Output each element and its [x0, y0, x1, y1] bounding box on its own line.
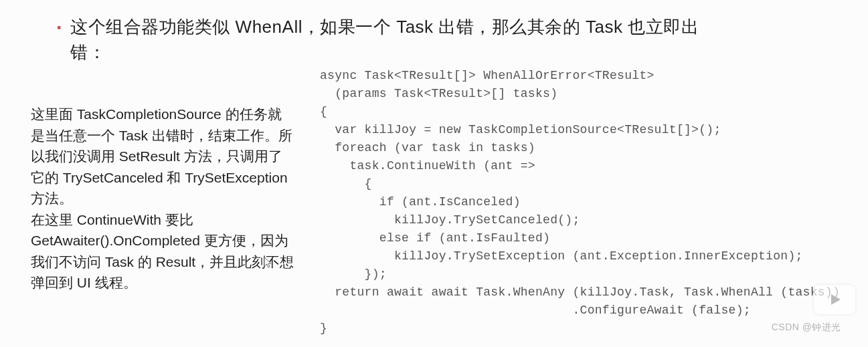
- svg-marker-0: [831, 294, 841, 305]
- explanation-text: 这里面 TaskCompletionSource 的任务就是当任意一个 Task…: [31, 104, 295, 294]
- code-block: async Task<TResult[]> WhenAllOrError<TRe…: [320, 67, 862, 338]
- play-button[interactable]: [813, 284, 856, 315]
- bullet-marker: ▪: [57, 21, 61, 33]
- watermark: CSDN @钟进光: [772, 322, 841, 334]
- headline-text: 这个组合器功能类似 WhenAll，如果一个 Task 出错，那么其余的 Tas…: [70, 15, 726, 65]
- play-icon: [826, 291, 843, 308]
- bullet-row: ▪ 这个组合器功能类似 WhenAll，如果一个 Task 出错，那么其余的 T…: [57, 15, 828, 65]
